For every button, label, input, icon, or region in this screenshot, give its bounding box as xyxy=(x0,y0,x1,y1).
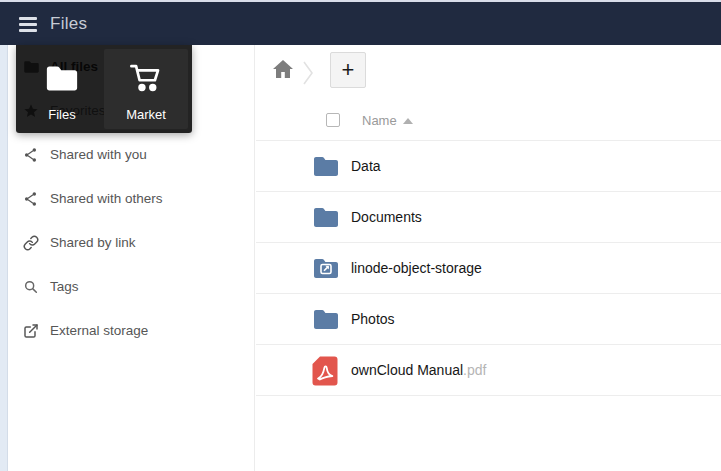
app-menu-item-market[interactable]: Market xyxy=(104,49,188,129)
sidebar-item-shared-with-you[interactable]: Shared with you xyxy=(9,133,254,177)
sidebar-item-shared-with-others[interactable]: Shared with others xyxy=(9,177,254,221)
app-menu-item-files[interactable]: Files xyxy=(20,49,104,129)
breadcrumb: + xyxy=(256,45,721,100)
sidebar-item-shared-by-link[interactable]: Shared by link xyxy=(9,221,254,265)
file-list-header: Name xyxy=(256,100,721,141)
sidebar-item-external-storage[interactable]: External storage xyxy=(9,309,254,353)
file-name: Data xyxy=(351,141,381,192)
file-row-data[interactable]: Data xyxy=(256,141,721,192)
top-bar: Files xyxy=(0,2,721,45)
link-icon xyxy=(22,234,40,252)
search-icon xyxy=(22,278,40,296)
cart-icon xyxy=(104,49,188,107)
file-row-photos[interactable]: Photos xyxy=(256,294,721,345)
app-switcher-popup: Files Market xyxy=(16,45,192,133)
file-row-linode-object-storage[interactable]: linode-object-storage xyxy=(256,243,721,294)
new-file-button[interactable]: + xyxy=(330,52,366,88)
select-all-checkbox[interactable] xyxy=(326,113,340,127)
owncloud-window: Files All files Favorites Shared with yo… xyxy=(0,0,721,471)
file-name: linode-object-storage xyxy=(351,243,482,294)
file-name: ownCloud Manual.pdf xyxy=(351,345,486,396)
file-extension: .pdf xyxy=(463,362,486,378)
file-row-owncloud-manual-pdf[interactable]: ownCloud Manual.pdf xyxy=(256,345,721,396)
share-icon xyxy=(22,146,40,164)
file-rows: Data Documents linode-object-storage Pho… xyxy=(256,141,721,396)
sidebar-item-label: Shared with you xyxy=(50,133,147,177)
pdf-file-icon xyxy=(312,356,338,386)
folder-icon xyxy=(20,49,104,107)
sort-ascending-icon[interactable] xyxy=(403,118,413,124)
share-icon xyxy=(22,190,40,208)
file-row-documents[interactable]: Documents xyxy=(256,192,721,243)
folder-icon xyxy=(312,206,340,229)
sidebar-item-label: Shared with others xyxy=(50,177,163,221)
app-menu-item-label: Market xyxy=(126,107,166,122)
hamburger-menu-icon[interactable] xyxy=(18,14,40,34)
window-left-edge xyxy=(0,45,8,471)
file-name: Photos xyxy=(351,294,395,345)
sidebar-item-label: External storage xyxy=(50,309,148,353)
home-icon[interactable] xyxy=(273,60,293,82)
sidebar-item-label: Shared by link xyxy=(50,221,136,265)
sidebar-item-label: Tags xyxy=(50,265,79,309)
file-name: Documents xyxy=(351,192,422,243)
sidebar-item-tags[interactable]: Tags xyxy=(9,265,254,309)
external-folder-icon xyxy=(312,257,340,280)
page-title: Files xyxy=(50,2,87,45)
name-column-header[interactable]: Name xyxy=(362,100,397,141)
external-link-icon xyxy=(22,322,40,340)
folder-icon xyxy=(312,155,340,178)
folder-icon xyxy=(312,308,340,331)
app-menu-item-label: Files xyxy=(48,107,75,122)
chevron-right-icon xyxy=(300,58,315,92)
file-list-panel: + Name Data Documents xyxy=(256,45,721,471)
file-basename: ownCloud Manual xyxy=(351,362,463,378)
